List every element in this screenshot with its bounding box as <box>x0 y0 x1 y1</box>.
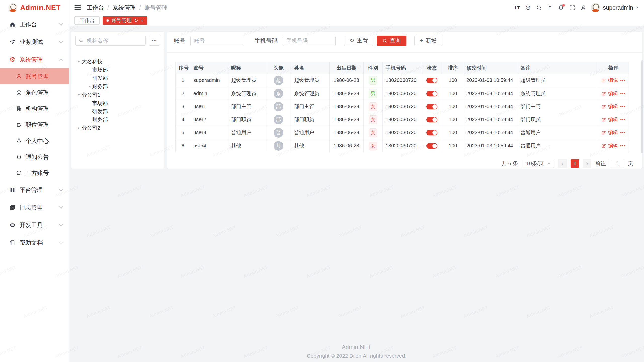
status-toggle[interactable] <box>426 130 437 135</box>
close-icon[interactable]: × <box>141 18 143 23</box>
tree-node[interactable]: 研发部 <box>75 107 160 115</box>
edit-link[interactable]: 编辑 <box>608 116 618 123</box>
sidebar-item-notice[interactable]: 通知公告 <box>0 149 69 165</box>
divider <box>71 50 164 50</box>
fullscreen-icon[interactable] <box>567 3 578 13</box>
more-actions-icon[interactable]: ••• <box>620 130 625 135</box>
tree-node[interactable]: 市场部 <box>75 66 160 74</box>
reset-button[interactable]: ↻ 重置 <box>344 36 373 46</box>
tab-workbench[interactable]: 工作台 <box>74 16 100 25</box>
goto-page-input[interactable] <box>610 159 624 168</box>
tree-node[interactable]: 研发部 <box>75 74 160 82</box>
tree-node[interactable]: 财务部 <box>75 115 160 124</box>
page-size-select[interactable]: 10条/页 <box>522 159 554 168</box>
edit-icon[interactable] <box>601 78 606 83</box>
user-avatar[interactable] <box>591 3 600 12</box>
sidebar-item-third-party-account[interactable]: 三方账号 <box>0 165 69 181</box>
refresh-icon[interactable]: ↻ <box>134 18 138 23</box>
more-actions-icon[interactable]: ••• <box>620 117 625 122</box>
sidebar-item-account-management[interactable]: 账号管理 <box>0 68 69 84</box>
table-row: 6 user4 其他 其 其他 1986-06-28 女 18020030720… <box>176 139 629 152</box>
sidebar-item-position-management[interactable]: 职位管理 <box>0 117 69 133</box>
sidebar-item-profile-center[interactable]: 个人中心 <box>0 133 69 149</box>
caret-right-icon[interactable]: ▸ <box>87 84 92 89</box>
sidebar-item-role-management[interactable]: 角色管理 <box>0 84 69 101</box>
more-actions-icon[interactable]: ••• <box>620 104 625 109</box>
account-input[interactable] <box>190 36 243 46</box>
role-icon <box>16 89 22 96</box>
edit-icon[interactable] <box>601 144 606 148</box>
edit-icon[interactable] <box>601 117 606 122</box>
chat-icon <box>16 170 22 176</box>
gender-badge: 男 <box>369 76 377 85</box>
person-icon[interactable] <box>578 3 589 13</box>
gender-badge: 女 <box>369 102 377 111</box>
more-actions-icon[interactable]: ••• <box>620 144 625 148</box>
sidebar-menu: 工作台 业务测试 ⚙ 系统管理 账号管理 角色管理 <box>0 15 69 251</box>
edit-link[interactable]: 编辑 <box>608 77 618 84</box>
sidebar-item-log-management[interactable]: 日志管理 <box>0 199 69 216</box>
search-icon[interactable] <box>534 3 545 13</box>
font-size-icon[interactable]: Tт <box>511 3 522 13</box>
add-button[interactable]: + 新增 <box>414 36 442 46</box>
phone-input[interactable] <box>283 36 336 46</box>
caret-right-icon[interactable]: ▸ <box>76 126 82 130</box>
status-toggle[interactable] <box>426 78 437 83</box>
prev-page-button[interactable]: ‹ <box>558 159 567 168</box>
sidebar-item-dev-tools[interactable]: 开发工具 <box>0 216 69 234</box>
org-tree: ▾大名科技 市场部 研发部 ▸财务部 ▾分公司1 市场部 研发部 财务部 ▸分公… <box>75 57 160 132</box>
breadcrumb-item[interactable]: 工作台 <box>87 4 104 12</box>
caret-down-icon[interactable]: ▾ <box>76 93 82 97</box>
chevron-down-icon <box>59 205 63 209</box>
status-toggle[interactable] <box>426 104 437 109</box>
edit-link[interactable]: 编辑 <box>608 90 618 97</box>
sidebar-item-help-docs[interactable]: 帮助文档 <box>0 234 69 251</box>
page: Admin.NET 工作台 业务测试 ⚙ 系统管理 账号管理 <box>0 0 644 362</box>
theme-icon[interactable] <box>545 3 556 13</box>
sidebar-item-platform-management[interactable]: 平台管理 <box>0 181 69 199</box>
language-icon[interactable]: ⊕ <box>522 3 534 13</box>
scrollbar-thumb[interactable] <box>641 60 643 153</box>
breadcrumb-item[interactable]: 系统管理 <box>112 4 136 12</box>
status-toggle[interactable] <box>426 117 437 122</box>
app-logo[interactable]: Admin.NET <box>0 0 69 15</box>
edit-link[interactable]: 编辑 <box>608 103 618 110</box>
edit-link[interactable]: 编辑 <box>608 142 618 149</box>
tree-node[interactable]: ▾分公司1 <box>75 90 160 99</box>
sidebar-item-system-management[interactable]: ⚙ 系统管理 <box>0 51 69 68</box>
notification-bell-icon[interactable] <box>556 3 567 13</box>
edit-icon[interactable] <box>601 130 606 135</box>
collapse-menu-icon[interactable] <box>74 5 81 10</box>
org-search-input[interactable] <box>75 36 146 46</box>
username[interactable]: superadmin <box>603 4 633 11</box>
caret-down-icon[interactable]: ▾ <box>76 59 82 64</box>
tree-more-button[interactable]: ••• <box>149 36 160 46</box>
more-actions-icon[interactable]: ••• <box>620 78 625 83</box>
edit-icon[interactable] <box>601 104 606 109</box>
tree-node[interactable]: ▸分公司2 <box>75 124 160 132</box>
avatar: 其 <box>274 141 283 151</box>
status-toggle[interactable] <box>426 91 437 96</box>
tree-node[interactable]: ▾大名科技 <box>75 57 160 66</box>
chevron-down-icon <box>59 39 63 43</box>
chevron-down-icon <box>59 187 63 191</box>
next-page-button[interactable]: › <box>583 159 591 168</box>
chevron-down-icon[interactable] <box>635 5 638 9</box>
active-tab-dot-icon <box>107 19 109 22</box>
avatar: 部 <box>274 102 283 111</box>
current-page-button[interactable]: 1 <box>571 159 579 168</box>
tab-account-management[interactable]: 账号管理 ↻ × <box>103 16 147 25</box>
status-toggle[interactable] <box>426 143 437 149</box>
more-actions-icon[interactable]: ••• <box>620 91 625 96</box>
gear-icon: ⚙ <box>9 56 16 63</box>
sidebar-item-org-management[interactable]: 机构管理 <box>0 101 69 117</box>
breadcrumb-separator: / <box>107 4 109 11</box>
query-button[interactable]: 查询 <box>377 36 406 46</box>
tree-node[interactable]: ▸财务部 <box>75 82 160 90</box>
edit-icon[interactable] <box>601 91 606 96</box>
sidebar-item-business-test[interactable]: 业务测试 <box>0 33 69 51</box>
tree-node[interactable]: 市场部 <box>75 99 160 107</box>
sidebar-item-workbench[interactable]: 工作台 <box>0 16 69 33</box>
tabbar: 工作台 账号管理 ↻ × <box>69 15 644 26</box>
edit-link[interactable]: 编辑 <box>608 129 618 136</box>
